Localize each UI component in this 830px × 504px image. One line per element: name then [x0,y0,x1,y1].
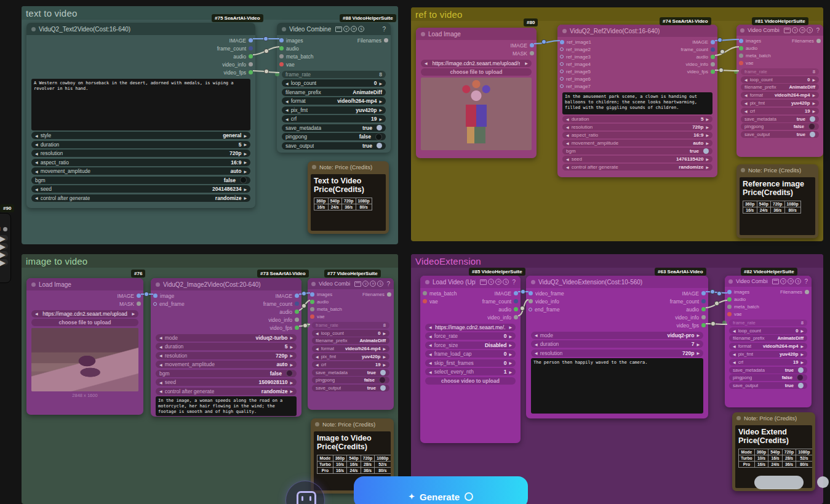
port-dot[interactable] [514,291,518,295]
arrow-left-icon[interactable]: ◀ [159,389,162,393]
toggle-knob[interactable] [810,116,815,122]
output-port[interactable]: video_info [686,62,717,67]
port-dot[interactable] [711,70,715,74]
note-text-to-video-price[interactable]: Note: Price (Credits)Text to Video Price… [308,161,389,234]
widget-crf[interactable]: ◀crf19▶ [282,115,386,122]
node-load-image-76[interactable]: Load ImageIMAGEMASK◀https://image.cdn2.s… [26,278,143,415]
arrow-left-icon[interactable]: ◀ [159,345,162,349]
port-dot[interactable] [560,84,564,88]
arrow-right-icon[interactable]: ▶ [812,78,815,82]
port-dot[interactable] [739,39,743,43]
widget-seed[interactable]: ◀seed1476135420▶ [562,156,712,162]
node-title-bar[interactable]: ViduQ2_Ref2Video(Cost:16-640) [557,25,717,37]
arrow-right-icon[interactable]: ▶ [244,187,247,191]
arrow-right-icon[interactable]: ▶ [706,117,709,121]
arrow-left-icon[interactable]: ◀ [429,361,432,365]
arrow-right-icon[interactable]: ▶ [525,61,528,65]
port-dot[interactable] [295,310,299,314]
widget-save-output[interactable]: save_outputtrue [729,382,807,389]
widget-force-rate[interactable]: ◀force_rate0▶ [425,332,516,340]
arrow-right-icon[interactable]: ▶ [244,134,247,138]
output-port[interactable]: IMAGE [229,38,255,44]
port-dot[interactable] [727,290,732,294]
help-icon[interactable]: ? [804,278,808,285]
note-title-bar[interactable]: Note: Price (Credits) [311,418,394,430]
node-title-bar[interactable]: ViduQ2_Image2Video(Cost:20-640) [151,278,301,290]
port-dot[interactable] [560,70,564,73]
output-port[interactable]: IMAGE [118,293,143,299]
arrow-left-icon[interactable]: ◀ [285,81,289,86]
node-title-bar[interactable]: Video CombineVHS? [308,278,394,289]
output-port[interactable]: audio [279,309,301,315]
arrow-left-icon[interactable]: ◀ [35,151,38,156]
upload-button[interactable]: choose file to upload [31,319,138,326]
input-port[interactable]: meta_batch [308,306,342,312]
prompt-textarea[interactable]: In the image, a woman speeds along the r… [156,396,297,416]
url-field[interactable]: ◀https://image.cdn2.seaart.me/upload/sta… [421,60,532,67]
port-dot[interactable] [137,302,141,306]
port-dot[interactable] [529,291,533,295]
widget-filename-prefix[interactable]: filename_prefixAnimateDiff [282,89,386,96]
arrow-left-icon[interactable]: ◀ [316,346,319,351]
widget-save-output[interactable]: save_outputtrue [312,385,389,391]
output-port[interactable]: audio [498,306,521,313]
node-title-bar[interactable]: Load Image [26,278,143,290]
arrow-right-icon[interactable]: ▶ [290,345,293,349]
arrow-left-icon[interactable]: ◀ [733,329,736,333]
collapse-dot[interactable] [31,27,36,31]
note-title-bar[interactable]: Note: Price (Credits) [308,161,389,173]
widget-save-metadata[interactable]: save_metadatatrue [729,367,807,374]
arrow-left-icon[interactable]: ◀ [429,343,432,347]
arrow-left-icon[interactable]: ◀ [566,141,569,145]
widget-format[interactable]: ◀formatvideo/h264-mp4▶ [312,345,389,352]
widget-pingpong[interactable]: pingpongfalse [312,377,389,383]
arrow-left-icon[interactable]: ◀ [744,78,748,82]
widget-control-after-generate[interactable]: ◀control after generaterandomize▶ [156,388,297,395]
arrow-right-icon[interactable]: ▶ [706,157,709,161]
toggle-knob[interactable] [380,385,386,391]
node-viduq2-ref2video[interactable]: ViduQ2_Ref2Video(Cost:16-640)ref_image1I… [557,25,717,177]
toggle-knob[interactable] [377,143,382,148]
widget-pingpong[interactable]: pingpongfalse [282,133,386,140]
port-dot[interactable] [739,61,743,65]
collapse-dot[interactable] [312,165,316,169]
output-port[interactable]: IMAGE [511,42,537,49]
widget-frame-load-cap[interactable]: ◀frame_load_cap0▶ [425,350,516,358]
output-port[interactable]: IMAGE [692,39,717,45]
port-dot[interactable] [739,54,743,58]
collapse-dot[interactable] [741,168,745,172]
arrow-left-icon[interactable]: ◀ [429,352,432,356]
arrow-left-icon[interactable]: ◀ [35,169,38,174]
toggle-knob[interactable] [798,367,804,373]
arrow-left-icon[interactable]: ◀ [316,354,319,359]
output-port[interactable]: IMAGE [276,293,301,299]
node-title-bar[interactable]: Video CombineVHS? [277,23,391,35]
widget-filename-prefix[interactable]: filename_prefixAnimateDiff [729,335,807,342]
port-dot[interactable] [530,51,534,55]
arrow-right-icon[interactable]: ▶ [290,362,293,367]
collapse-dot[interactable] [311,282,316,286]
upload-button[interactable]: choose file to upload [421,68,532,76]
output-port[interactable]: video_info [675,314,708,321]
input-port[interactable]: audio [736,46,757,51]
partial-node-90[interactable]: N▶▶▶▶ [0,213,11,283]
widget-loop-count[interactable]: ◀loop_count0▶ [282,79,386,87]
port-dot[interactable] [249,46,253,50]
port-dot[interactable] [249,54,253,58]
collapse-dot[interactable] [562,29,567,33]
port-dot[interactable] [295,302,299,306]
help-icon[interactable]: ? [512,279,516,286]
group-header[interactable]: image to video [22,254,398,268]
help-icon[interactable]: ? [382,26,386,33]
toggle-knob[interactable] [380,370,386,375]
port-dot[interactable] [722,321,727,325]
input-port[interactable]: ref_image6 [557,76,591,82]
widget-duration[interactable]: ◀duration7▶ [531,340,703,348]
node-video-combine-82[interactable]: Video CombineVHS?imagesFilenamesaudiomet… [725,276,812,407]
port-dot[interactable] [310,300,314,304]
input-port[interactable]: audio [308,299,329,305]
port-dot[interactable] [275,72,279,76]
arrow-right-icon[interactable]: ▶ [509,343,512,347]
input-port[interactable]: meta_batch [725,304,759,310]
port-dot[interactable] [310,307,314,311]
